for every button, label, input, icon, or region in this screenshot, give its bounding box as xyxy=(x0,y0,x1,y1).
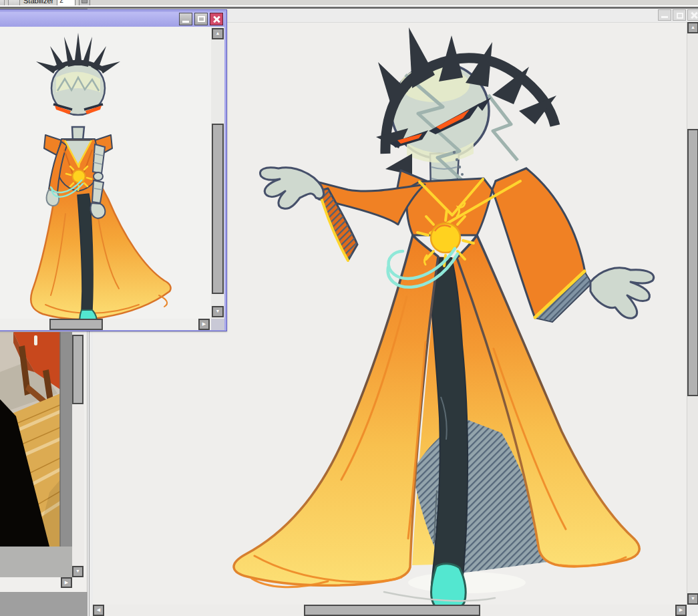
top-toolbar: Stabilizer 2 xyxy=(0,0,698,7)
workspace: { "workspace": { "bg": "#9f9f9f" }, "too… xyxy=(0,0,698,616)
minimize-button[interactable] xyxy=(658,9,671,21)
main-horizontal-scrollbar[interactable]: ◀ ▶ xyxy=(93,605,687,616)
scroll-up-icon: ▲ xyxy=(691,25,695,29)
scroll-right-button[interactable]: ▶ xyxy=(198,319,210,330)
grid-icon xyxy=(81,0,88,3)
vertical-scroll-thumb[interactable] xyxy=(687,129,698,396)
scroll-up-button[interactable]: ▲ xyxy=(212,28,224,39)
restore-button[interactable] xyxy=(673,9,686,21)
photo-highlight xyxy=(34,335,37,345)
main-vertical-scrollbar[interactable]: ▲ ▼ xyxy=(687,22,698,605)
photo-empty-area xyxy=(0,547,72,577)
toolbar-fragment: Stabilizer 2 xyxy=(0,0,90,7)
scroll-right-icon: ▶ xyxy=(65,580,68,585)
horizontal-scroll-thumb[interactable] xyxy=(49,319,103,330)
vertical-scroll-thumb[interactable] xyxy=(72,335,83,404)
scroll-down-button[interactable]: ▼ xyxy=(72,566,83,577)
minimize-icon xyxy=(661,16,668,18)
scroll-down-button[interactable]: ▼ xyxy=(212,306,224,317)
scroll-right-icon: ▶ xyxy=(679,607,683,612)
navigator-vertical-scrollbar[interactable]: ▲ ▼ xyxy=(211,27,224,319)
photo-wall-strip xyxy=(60,332,72,547)
photo-canvas[interactable] xyxy=(0,332,72,547)
scroll-right-icon: ▶ xyxy=(202,321,206,326)
minimize-button[interactable] xyxy=(179,13,192,25)
scroll-left-icon: ◀ xyxy=(97,607,100,612)
restore-button[interactable] xyxy=(194,13,208,25)
toolbar-button[interactable] xyxy=(0,0,5,7)
horizontal-scroll-thumb[interactable] xyxy=(304,605,480,616)
toolbar-divider xyxy=(0,7,698,9)
scroll-left-button[interactable]: ◀ xyxy=(93,605,104,616)
scroll-down-button[interactable]: ▼ xyxy=(687,593,698,605)
navigator-artwork xyxy=(0,27,211,319)
navigator-resize-corner[interactable] xyxy=(211,319,224,330)
close-button[interactable] xyxy=(687,9,698,21)
vertical-scroll-thumb[interactable] xyxy=(212,124,224,294)
close-button[interactable] xyxy=(210,13,223,25)
photo-artwork xyxy=(0,332,72,547)
photo-vertical-scrollbar[interactable]: ▼ xyxy=(72,332,84,577)
navigator-canvas[interactable] xyxy=(0,27,211,319)
scroll-right-button[interactable]: ▶ xyxy=(675,605,687,616)
minimize-icon xyxy=(182,21,189,23)
scroll-up-button[interactable]: ▲ xyxy=(687,22,698,33)
restore-icon xyxy=(677,13,683,19)
toolbar-grid-button[interactable] xyxy=(79,0,90,6)
photo-reference-window: ▼ ▶ xyxy=(0,331,88,592)
toolbar-button[interactable] xyxy=(8,0,20,7)
stabilizer-label: Stabilizer xyxy=(23,0,53,5)
scroll-down-icon: ▼ xyxy=(691,596,695,601)
photo-horizontal-scrollbar[interactable]: ▶ xyxy=(0,577,72,588)
stabilizer-dropdown[interactable]: 2 xyxy=(57,0,75,6)
scroll-right-button[interactable]: ▶ xyxy=(61,577,72,588)
restore-icon xyxy=(198,16,205,22)
scroll-up-icon: ▲ xyxy=(216,31,220,35)
navigator-titlebar[interactable] xyxy=(0,12,224,27)
character-shoe xyxy=(431,564,466,605)
navigator-horizontal-scrollbar[interactable]: ▶ xyxy=(0,319,211,330)
scroll-down-icon: ▼ xyxy=(216,309,220,313)
scroll-down-icon: ▼ xyxy=(75,569,80,573)
navigator-window: ▲ ▼ ▶ xyxy=(0,9,227,331)
